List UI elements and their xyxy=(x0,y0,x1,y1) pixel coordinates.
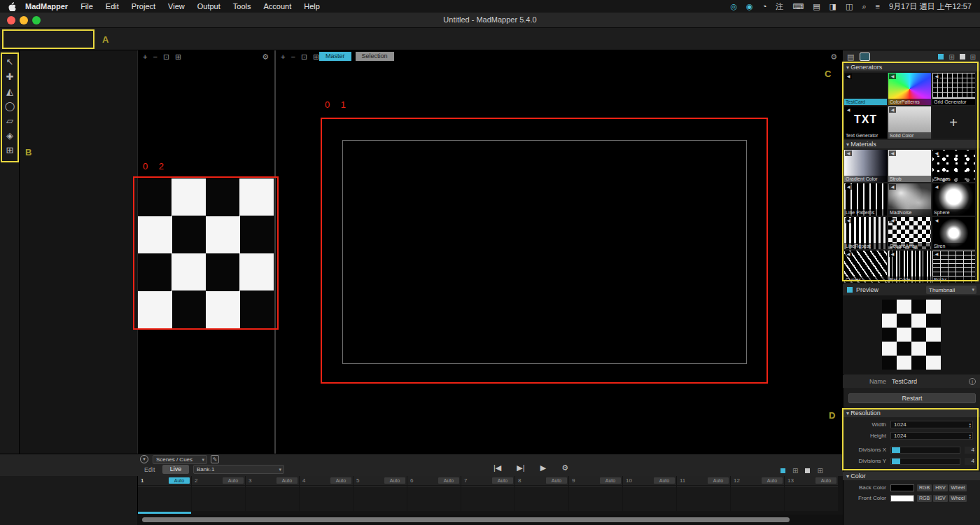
keyboard-icon[interactable]: ⌨ xyxy=(792,2,804,11)
flip-icon[interactable] xyxy=(889,251,896,257)
scene-column[interactable]: 12 Auto xyxy=(731,476,784,514)
scene-cell[interactable] xyxy=(246,486,299,511)
scene-auto-toggle[interactable]: Auto xyxy=(816,477,836,484)
scene-column[interactable]: 9 Auto xyxy=(569,476,622,514)
menu-item[interactable]: File xyxy=(74,2,99,10)
scene-auto-toggle[interactable]: Auto xyxy=(330,477,351,484)
output-canvas-gear-icon[interactable]: ⚙ xyxy=(830,52,837,62)
preview-mode-dropdown[interactable]: Thumbnail ▾ xyxy=(926,286,976,294)
material-shapes[interactable]: Shapes xyxy=(932,150,975,182)
menu-list-icon[interactable]: ≡ xyxy=(876,2,880,10)
stepper-icon[interactable] xyxy=(969,422,972,428)
generator-grid[interactable]: Grid Generator xyxy=(932,73,975,105)
scene-scrollbar[interactable] xyxy=(142,517,790,522)
material-line-patterns[interactable]: Line Patterns xyxy=(844,183,887,216)
scene-column[interactable]: 7 Auto xyxy=(461,476,514,514)
flip-icon[interactable] xyxy=(889,74,896,79)
testcard-surface-preview[interactable] xyxy=(138,178,274,328)
skip-forward-icon[interactable]: ▶| xyxy=(517,463,524,472)
material-bar-code[interactable]: Bar Code xyxy=(888,251,931,283)
flip-icon[interactable] xyxy=(889,218,896,223)
quad-surface-tool-icon[interactable]: ▱ xyxy=(0,113,20,128)
scene-column[interactable]: 13 Auto xyxy=(785,476,838,514)
scene-auto-toggle[interactable]: Auto xyxy=(223,477,244,484)
material-siren[interactable]: Siren xyxy=(932,217,975,249)
scene-cell[interactable] xyxy=(461,486,514,511)
color-mode-button[interactable]: HSV xyxy=(933,495,947,502)
canvas-zoom-icon[interactable]: ⊞ xyxy=(175,52,181,62)
flip-icon[interactable] xyxy=(845,107,852,113)
triangle-surface-tool-icon[interactable]: ◭ xyxy=(0,84,20,99)
canvas-zoom-icon[interactable]: ⊡ xyxy=(301,52,307,62)
material-gradient-color[interactable]: Gradient Color xyxy=(844,150,887,182)
scenes-cues-dropdown[interactable]: Scenes / Cues ▾ xyxy=(153,455,207,464)
grid-toggle-icon[interactable]: ⊞ xyxy=(970,53,976,61)
canvas-zoom-icon[interactable]: ⊡ xyxy=(163,52,169,62)
name-value[interactable]: TestCard xyxy=(892,378,917,385)
scene-cell[interactable] xyxy=(515,486,568,511)
mesh-warp-tool-icon[interactable]: ◈ xyxy=(0,128,20,143)
edit-toggle[interactable]: Edit xyxy=(144,466,155,473)
light-swatch-icon[interactable] xyxy=(805,468,810,473)
scene-auto-toggle[interactable]: Auto xyxy=(438,477,459,484)
light-swatch-icon[interactable] xyxy=(960,54,965,59)
input-method-icon[interactable]: 注 xyxy=(776,1,783,12)
canvas-zoom-icon[interactable]: ⊞ xyxy=(313,52,319,62)
scene-cell[interactable] xyxy=(623,486,676,511)
surface-quad-outline[interactable] xyxy=(342,140,747,364)
restart-button[interactable]: Restart xyxy=(848,393,976,403)
flip-icon[interactable] xyxy=(933,74,940,79)
menu-item[interactable]: View xyxy=(162,2,191,10)
height-input[interactable]: 1024 xyxy=(890,432,973,440)
flip-icon[interactable] xyxy=(845,251,852,257)
scene-auto-toggle[interactable]: Auto xyxy=(762,477,783,484)
scene-column[interactable]: 8 Auto xyxy=(515,476,568,514)
scene-column[interactable]: 3 Auto xyxy=(246,476,299,514)
scene-column[interactable]: 5 Auto xyxy=(354,476,407,514)
generators-header[interactable]: Generators xyxy=(843,63,980,71)
generator-text[interactable]: TXT Text Generator xyxy=(844,106,887,139)
control-center-icon[interactable]: ◫ xyxy=(846,2,853,11)
divisions-y-slider[interactable] xyxy=(890,458,960,465)
play-status-icon[interactable]: ◔ xyxy=(762,2,767,10)
scene-auto-toggle[interactable]: Auto xyxy=(276,477,298,484)
spotlight-icon[interactable]: ⌕ xyxy=(862,2,866,11)
flip-icon[interactable] xyxy=(845,74,852,79)
select-tool-icon[interactable]: ↖ xyxy=(0,55,20,69)
skip-back-icon[interactable]: |◀ xyxy=(493,463,501,472)
flip-icon[interactable] xyxy=(889,184,896,190)
transport-settings-icon[interactable]: ⚙ xyxy=(561,463,568,472)
material-madnoise[interactable]: MadNoise xyxy=(888,183,931,216)
material-linerepeat[interactable]: LineRepeat xyxy=(844,217,887,249)
scene-auto-toggle[interactable]: Auto xyxy=(384,477,405,484)
menu-item[interactable]: Help xyxy=(298,2,326,10)
move-tool-icon[interactable]: ✚ xyxy=(0,69,20,84)
flip-icon[interactable] xyxy=(889,107,896,113)
color-mode-button[interactable]: Wheel xyxy=(949,484,967,491)
scene-auto-toggle[interactable]: Auto xyxy=(654,477,675,484)
back-color-swatch[interactable] xyxy=(890,484,914,491)
menu-item[interactable]: Edit xyxy=(99,2,125,10)
front-color-swatch[interactable] xyxy=(890,495,914,502)
resolution-header[interactable]: Resolution xyxy=(843,409,980,417)
flip-icon[interactable] xyxy=(933,184,940,190)
scene-column[interactable]: 1 Auto xyxy=(138,476,191,514)
collapse-scenes-icon[interactable]: ▾ xyxy=(140,455,148,463)
scene-auto-toggle[interactable]: Auto xyxy=(492,477,513,484)
canvas-tab[interactable]: Selection xyxy=(356,52,394,61)
grid-toggle-icon[interactable]: ⊞ xyxy=(792,467,798,475)
grid-toggle-icon[interactable]: ⊞ xyxy=(817,467,822,475)
flip-icon[interactable] xyxy=(889,150,896,156)
material-strob[interactable]: Strob xyxy=(888,150,931,182)
material-curves[interactable]: Curves xyxy=(844,251,887,283)
add-generator-tile[interactable]: + xyxy=(932,106,975,139)
scene-auto-toggle[interactable]: Auto xyxy=(169,477,190,484)
menu-item[interactable]: Account xyxy=(257,2,298,10)
generator-colorpatterns[interactable]: ColorPatterns xyxy=(888,73,931,105)
scene-cell[interactable] xyxy=(407,486,461,511)
canvas-zoom-icon[interactable]: − xyxy=(153,52,157,62)
play-icon[interactable]: ▶ xyxy=(540,463,546,472)
color-mode-button[interactable]: Wheel xyxy=(949,495,967,502)
stepper-icon[interactable] xyxy=(969,433,972,439)
flip-icon[interactable] xyxy=(933,251,940,257)
